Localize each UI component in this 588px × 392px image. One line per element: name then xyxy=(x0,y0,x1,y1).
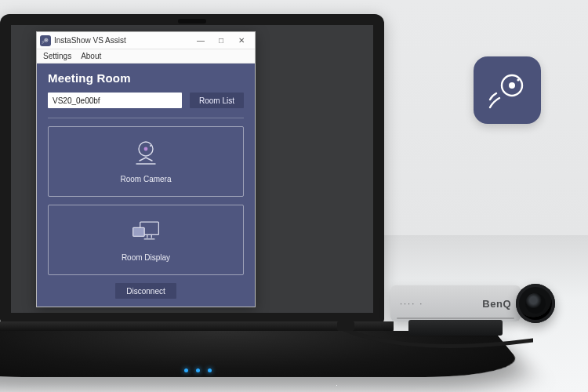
laptop: InstaShow VS Assist — □ ✕ Settings About… xyxy=(0,14,400,383)
svg-point-3 xyxy=(144,147,148,151)
app-body: Meeting Room Room List xyxy=(37,64,255,307)
svg-point-1 xyxy=(45,39,46,40)
svg-point-4 xyxy=(150,145,151,147)
svg-point-9 xyxy=(517,78,519,81)
minimize-button[interactable]: — xyxy=(191,32,211,49)
webcam-mount xyxy=(408,320,503,336)
close-button[interactable]: ✕ xyxy=(231,32,252,49)
room-name-input[interactable] xyxy=(48,93,182,108)
app-window: InstaShow VS Assist — □ ✕ Settings About… xyxy=(36,31,256,307)
menu-about[interactable]: About xyxy=(81,52,101,60)
page-title: Meeting Room xyxy=(48,71,244,85)
menu-settings[interactable]: Settings xyxy=(43,52,71,60)
menubar: Settings About xyxy=(37,49,255,64)
app-icon xyxy=(40,35,51,46)
room-list-button[interactable]: Room List xyxy=(190,93,244,108)
maximize-button[interactable]: □ xyxy=(211,32,231,49)
webcam-lens xyxy=(516,284,555,323)
svg-rect-6 xyxy=(133,228,145,237)
product-app-tile xyxy=(474,56,541,124)
scene: InstaShow VS Assist — □ ✕ Settings About… xyxy=(0,0,588,392)
room-camera-card[interactable]: Room Camera xyxy=(48,126,244,197)
room-row: Room List xyxy=(48,93,244,108)
room-camera-label: Room Camera xyxy=(120,175,171,183)
window-title: InstaShow VS Assist xyxy=(54,36,126,45)
webcam-ports: ···· · xyxy=(400,299,423,308)
divider xyxy=(48,118,244,118)
footer: Disconnect xyxy=(48,283,244,300)
laptop-notch xyxy=(178,19,206,24)
webcam-body: ···· · BenQ xyxy=(390,285,521,321)
laptop-screen: InstaShow VS Assist — □ ✕ Settings About… xyxy=(11,25,373,313)
svg-point-8 xyxy=(509,82,515,89)
webcam-device: ···· · BenQ xyxy=(390,279,555,328)
titlebar: InstaShow VS Assist — □ ✕ xyxy=(37,32,255,49)
laptop-bezel: InstaShow VS Assist — □ ✕ Settings About… xyxy=(0,14,384,324)
camera-icon xyxy=(130,139,162,165)
disconnect-button[interactable]: Disconnect xyxy=(115,283,176,299)
room-display-label: Room Display xyxy=(122,253,170,262)
webcam-brand: BenQ xyxy=(482,298,511,310)
display-icon xyxy=(130,217,162,244)
laptop-status-leds xyxy=(184,368,212,372)
room-display-card[interactable]: Room Display xyxy=(48,205,244,275)
laptop-base xyxy=(0,331,532,377)
